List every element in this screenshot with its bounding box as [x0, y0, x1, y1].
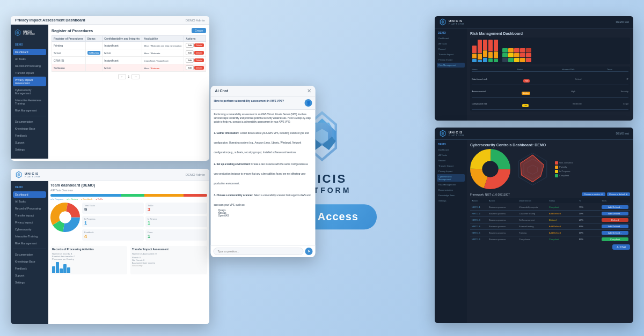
risk-sidebar-records[interactable]: Record: [437, 47, 465, 51]
cyber-brand-sub: PLATFORM: [449, 134, 464, 137]
defined-btn-3[interactable]: Defined: [602, 218, 628, 222]
sidebar-item-risk[interactable]: Risk Management: [13, 107, 46, 114]
sidebar-divider: [13, 116, 46, 116]
framework-label: Framework: NIST v1.0-20211007: [470, 193, 510, 196]
risk-sidebar-dashboard[interactable]: Dashboard: [437, 36, 465, 41]
add-defined-btn-5[interactable]: Add Defined...: [602, 231, 628, 235]
sidebar-item-pia[interactable]: Privacy Impact Assessment: [13, 77, 46, 86]
cyber-sidebar-risk[interactable]: Risk Management: [437, 182, 465, 187]
cyber-sidebar-docs[interactable]: Documentation: [437, 188, 465, 192]
ai-input-area: ➤: [211, 245, 316, 257]
cyber-ai-chat-btn[interactable]: AI Chat: [612, 244, 630, 250]
delete-btn-2[interactable]: Delete: [194, 51, 204, 55]
cyber-demo-label: DEMO test: [616, 132, 629, 135]
choose-section-btn[interactable]: Choose a section ▼: [582, 192, 605, 196]
sidebar-item-support[interactable]: Support: [13, 139, 46, 146]
ai-chat-header: AI Chat ✕: [211, 86, 316, 96]
team-sidebar-divider: [13, 249, 46, 249]
cyber-logo-icon: [439, 130, 447, 137]
sidebar-item-tasks[interactable]: All Tasks: [13, 56, 46, 62]
status-badge: In Review: [87, 51, 100, 55]
control-row-5: NIST-1.5 Business process Training Add D…: [470, 230, 630, 236]
delete-btn-3[interactable]: Delete: [194, 58, 204, 62]
delete-btn[interactable]: Delete: [194, 43, 204, 47]
risk-logo-icon: [439, 18, 447, 26]
cyber-sidebar-transfer[interactable]: Transfer Impact: [437, 163, 465, 168]
cyber-sidebar-tasks[interactable]: All Tasks: [437, 153, 465, 158]
team-sidebar-records[interactable]: Record of Processing: [13, 205, 46, 212]
sidebar-item-docs[interactable]: Documentation: [13, 118, 46, 125]
risk-sidebar-risk[interactable]: Risk Management: [437, 63, 465, 68]
control-row-3: NIST-1.3 Business process Self assessmen…: [470, 217, 630, 223]
sidebar-item-feedback[interactable]: Feedback: [13, 132, 46, 139]
team-sidebar-settings[interactable]: Settings: [13, 279, 46, 286]
send-button[interactable]: ➤: [305, 248, 313, 255]
svg-point-18: [482, 161, 499, 177]
team-sidebar-tasks[interactable]: All Tasks: [13, 198, 46, 205]
cyber-sidebar-dashboard[interactable]: Dashboard: [437, 147, 465, 152]
sidebar-item-training[interactable]: Interactive Awareness Training: [13, 97, 46, 107]
prev-btn[interactable]: ←: [118, 74, 126, 79]
send-icon: ➤: [308, 249, 311, 253]
scanner-list: Qualys Nessus OpenVAS: [214, 209, 312, 217]
edit-btn-2[interactable]: Edit: [186, 50, 194, 55]
team-sidebar-risk[interactable]: Risk Management: [13, 240, 46, 247]
dashboard-body-left: UNICIS PLATFORM DEMO Dashboard All Tasks…: [11, 25, 209, 159]
step-1-bold: 1. Gather Information:: [214, 132, 240, 135]
transfer-no-data: No country: [132, 264, 206, 267]
team-sidebar-support[interactable]: Support: [13, 272, 46, 279]
edit-btn[interactable]: Edit: [186, 43, 194, 48]
team-sidebar-transfer[interactable]: Transfer Impact: [13, 212, 46, 219]
sidebar-item-kb[interactable]: Knowledge Base: [13, 125, 46, 132]
team-sidebar-cyber[interactable]: Cybersecurity: [13, 226, 46, 233]
cyber-sidebar-cyber[interactable]: Cybersecurity Management: [437, 174, 465, 182]
risk-sidebar-transfer[interactable]: Transfer Impact: [437, 52, 465, 57]
ai-input[interactable]: [214, 248, 304, 255]
edit-btn-3[interactable]: Edit: [186, 58, 194, 63]
col-procedures: Register of Procedures: [52, 36, 86, 42]
cyber-sidebar: DEMO Dashboard All Tasks Record Transfer…: [435, 140, 467, 323]
stats-row2: In Progress 1 In Review 1: [82, 216, 207, 227]
sidebar-item-records[interactable]: Record of Processing: [13, 63, 46, 69]
cyber-sidebar-records[interactable]: Record: [437, 158, 465, 163]
ai-chat-card: AI Chat ✕ How to perform vulnerability a…: [211, 86, 316, 257]
risk-sidebar-tasks[interactable]: All Tasks: [437, 41, 465, 46]
cyber-sidebar-privacy[interactable]: Privacy Impact: [437, 169, 465, 174]
add-defined-btn-2[interactable]: Add Defined...: [602, 212, 628, 215]
create-button[interactable]: Create: [192, 28, 206, 33]
sidebar-item-privacy[interactable]: Dashboard: [13, 49, 46, 55]
stats-row1: Total Tasks 9 To Do 3: [82, 203, 207, 214]
sidebar-item-cyber[interactable]: Cybersecurity Management: [13, 87, 46, 96]
cyber-sidebar-kb[interactable]: Knowledge Base: [437, 193, 465, 198]
team-header-left: UNICIS PLATFORM: [15, 171, 40, 178]
team-demo-label: DEMO: [13, 184, 46, 190]
edit-btn-4[interactable]: Edit: [186, 65, 194, 70]
cyber-sidebar-settings[interactable]: Settings: [437, 198, 465, 203]
add-defined-btn-1[interactable]: Add Defined...: [602, 205, 628, 209]
svg-point-8: [60, 212, 71, 223]
add-defined-btn-4[interactable]: Add Defined...: [602, 225, 628, 228]
feedback-stat: Feedback 4: [82, 229, 144, 241]
ai-answer-intro: Performing a vulnerability assessment in…: [214, 113, 312, 124]
delete-btn-4[interactable]: Delete: [194, 66, 204, 70]
next-btn[interactable]: →: [131, 74, 140, 79]
choose-default-btn[interactable]: Choose a default ▼: [607, 192, 630, 196]
team-sidebar-pia[interactable]: Privacy Impact: [13, 219, 46, 226]
team-sidebar-kb[interactable]: Knowledge Base: [13, 258, 46, 265]
sidebar-item-transfer[interactable]: Transfer Impact: [13, 70, 46, 76]
risk-brand-name: UNICIS: [449, 19, 464, 23]
ai-step-2: 2. Set up a testing environment: Create …: [214, 158, 312, 186]
team-stats-area: Total Tasks 9 To Do 3 In Progress: [50, 203, 207, 243]
team-sidebar-dashboard[interactable]: Dashboard: [13, 191, 46, 198]
ai-question-row: How to perform vulnerability assessment …: [211, 96, 316, 110]
risk-sidebar-privacy[interactable]: Privacy Impact: [437, 57, 465, 62]
risk-brand-sub: PLATFORM: [449, 23, 464, 25]
sidebar-item-settings[interactable]: Settings: [13, 146, 46, 153]
col-conf: Confidentiality and Integrity: [103, 36, 142, 42]
team-sidebar-training[interactable]: Interactive Training: [13, 233, 46, 240]
team-sidebar-docs[interactable]: Documentation: [13, 251, 46, 258]
compliant-btn-6[interactable]: Compliant: [602, 237, 628, 241]
close-icon[interactable]: ✕: [307, 88, 311, 94]
framework-controls: Choose a section ▼ Choose a default ▼: [582, 192, 630, 196]
team-sidebar-feedback[interactable]: Feedback: [13, 265, 46, 272]
